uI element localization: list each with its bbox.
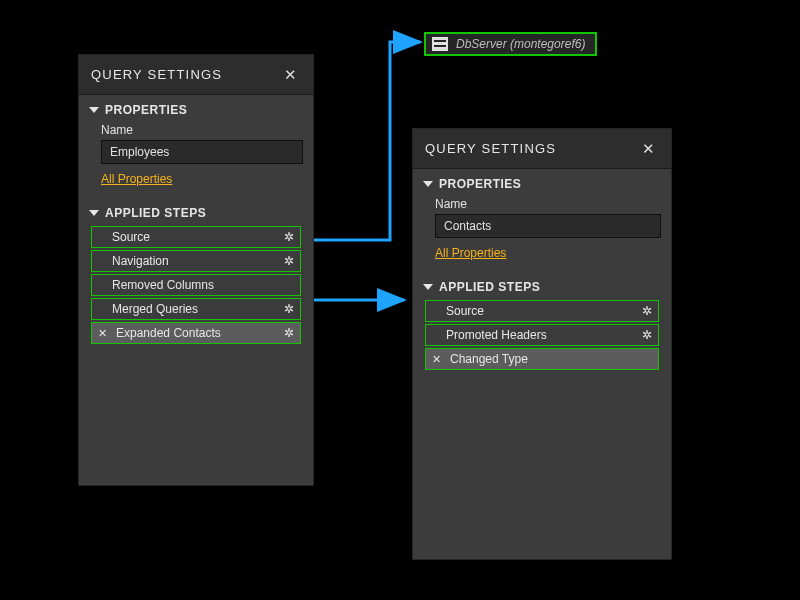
query-settings-panel-right: QUERY SETTINGS ✕ PROPERTIES Name All Pro… — [412, 128, 672, 560]
database-icon — [432, 37, 448, 51]
applied-step[interactable]: Source✲ — [91, 226, 301, 248]
gear-icon[interactable]: ✲ — [284, 230, 294, 244]
step-label: Removed Columns — [98, 278, 214, 292]
caret-down-icon — [423, 181, 433, 187]
step-left: Removed Columns — [98, 278, 214, 292]
step-left: Source — [98, 230, 150, 244]
applied-step[interactable]: ✕Expanded Contacts✲ — [91, 322, 301, 344]
step-label: Promoted Headers — [432, 328, 547, 342]
name-field-label: Name — [89, 121, 303, 140]
close-icon[interactable]: ✕ — [638, 139, 659, 158]
applied-steps-header[interactable]: APPLIED STEPS — [89, 198, 303, 224]
panel-title: QUERY SETTINGS — [425, 141, 556, 156]
query-name-input[interactable] — [101, 140, 303, 164]
step-left: Source — [432, 304, 484, 318]
gear-icon[interactable]: ✲ — [284, 254, 294, 268]
delete-step-icon[interactable]: ✕ — [98, 327, 110, 340]
properties-section-header[interactable]: PROPERTIES — [423, 169, 661, 195]
data-source-node[interactable]: DbServer (montegoref6) — [424, 32, 597, 56]
properties-section-header[interactable]: PROPERTIES — [89, 95, 303, 121]
properties-header-label: PROPERTIES — [105, 103, 187, 117]
query-name-input[interactable] — [435, 214, 661, 238]
applied-steps-header-label: APPLIED STEPS — [439, 280, 540, 294]
caret-down-icon — [423, 284, 433, 290]
step-label: Source — [98, 230, 150, 244]
gear-icon[interactable]: ✲ — [284, 326, 294, 340]
applied-step[interactable]: Source✲ — [425, 300, 659, 322]
panel-header: QUERY SETTINGS ✕ — [413, 129, 671, 169]
panel-header: QUERY SETTINGS ✕ — [79, 55, 313, 95]
step-left: ✕Expanded Contacts — [98, 326, 221, 340]
applied-steps-list: Source✲Navigation✲Removed ColumnsMerged … — [79, 226, 313, 350]
delete-step-icon[interactable]: ✕ — [432, 353, 444, 366]
properties-section: PROPERTIES Name All Properties — [413, 169, 671, 272]
applied-steps-section: APPLIED STEPS — [413, 272, 671, 300]
properties-header-label: PROPERTIES — [439, 177, 521, 191]
step-label: Source — [432, 304, 484, 318]
applied-steps-header[interactable]: APPLIED STEPS — [423, 272, 661, 298]
applied-step[interactable]: ✕Changed Type — [425, 348, 659, 370]
all-properties-link[interactable]: All Properties — [435, 246, 506, 260]
query-settings-panel-left: QUERY SETTINGS ✕ PROPERTIES Name All Pro… — [78, 54, 314, 486]
applied-step[interactable]: Navigation✲ — [91, 250, 301, 272]
step-label: Navigation — [98, 254, 169, 268]
step-left: ✕Changed Type — [432, 352, 528, 366]
close-icon[interactable]: ✕ — [280, 65, 301, 84]
step-left: Navigation — [98, 254, 169, 268]
caret-down-icon — [89, 107, 99, 113]
gear-icon[interactable]: ✲ — [642, 328, 652, 342]
applied-steps-section: APPLIED STEPS — [79, 198, 313, 226]
name-field-label: Name — [423, 195, 661, 214]
panel-fill — [413, 376, 671, 559]
step-label: Expanded Contacts — [116, 326, 221, 340]
applied-step[interactable]: Merged Queries✲ — [91, 298, 301, 320]
step-label: Merged Queries — [98, 302, 198, 316]
gear-icon[interactable]: ✲ — [642, 304, 652, 318]
step-left: Merged Queries — [98, 302, 198, 316]
panel-title: QUERY SETTINGS — [91, 67, 222, 82]
properties-section: PROPERTIES Name All Properties — [79, 95, 313, 198]
applied-steps-header-label: APPLIED STEPS — [105, 206, 206, 220]
applied-step[interactable]: Promoted Headers✲ — [425, 324, 659, 346]
data-source-label: DbServer (montegoref6) — [456, 37, 585, 51]
gear-icon[interactable]: ✲ — [284, 302, 294, 316]
applied-step[interactable]: Removed Columns — [91, 274, 301, 296]
applied-steps-list: Source✲Promoted Headers✲✕Changed Type — [413, 300, 671, 376]
caret-down-icon — [89, 210, 99, 216]
panel-fill — [79, 350, 313, 485]
step-left: Promoted Headers — [432, 328, 547, 342]
all-properties-link[interactable]: All Properties — [101, 172, 172, 186]
step-label: Changed Type — [450, 352, 528, 366]
